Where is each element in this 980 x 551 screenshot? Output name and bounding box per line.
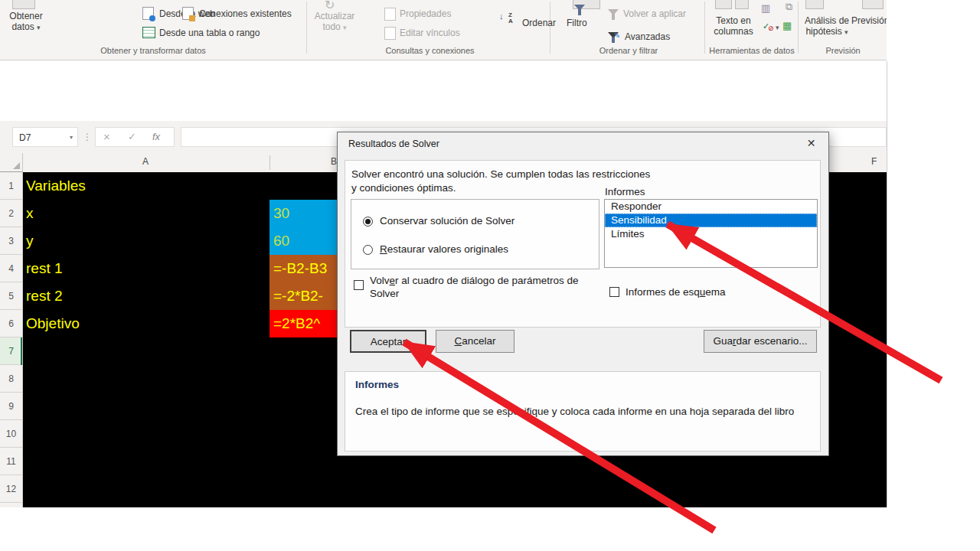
get-data-label-1: Obtener <box>9 11 42 21</box>
text-to-columns-button[interactable]: Texto en columnas <box>706 15 761 37</box>
ribbon-data-tab: Obtener datos ▾ Desde la web Desde una t… <box>0 0 887 60</box>
row-headers[interactable]: 12345678910111213 <box>0 172 23 507</box>
row-header-5[interactable]: 5 <box>0 282 22 310</box>
row-header-10[interactable]: 10 <box>0 420 22 448</box>
get-data-label-2: datos <box>11 21 34 32</box>
keep-solution-label: Conservar solución de Solver <box>380 215 514 227</box>
keep-solution-radio[interactable] <box>363 217 373 227</box>
what-if-label-1: Análisis de <box>805 15 849 26</box>
text-to-columns-label-2: columnas <box>714 26 753 37</box>
consolidate-icon: ▦ <box>782 21 792 31</box>
row-header-6[interactable]: 6 <box>0 310 22 337</box>
outline-reports-checkbox[interactable] <box>609 287 619 297</box>
accept-button[interactable]: Aceptar <box>350 330 426 353</box>
row-header-8[interactable]: 8 <box>0 365 22 393</box>
outline-reports-label: Informes de esquema <box>626 285 726 298</box>
from-table-icon <box>142 27 155 38</box>
dialog-title: Resultados de Solver <box>348 132 439 155</box>
column-header-f[interactable]: F <box>871 156 877 167</box>
sort-button[interactable]: Ordenar <box>522 18 556 28</box>
relationships-icon: ⧉ <box>786 2 792 12</box>
refresh-all-label-1: Actualizar <box>315 11 355 21</box>
row-header-12[interactable]: 12 <box>0 475 22 503</box>
report-description-box: Informes Crea el tipo de informe que se … <box>345 371 821 452</box>
name-box-value: D7 <box>19 132 31 143</box>
row-header-4[interactable]: 4 <box>0 255 22 282</box>
name-box-caret-icon[interactable]: ▾ <box>70 128 73 148</box>
column-separator[interactable] <box>270 155 270 170</box>
existing-connections-button[interactable]: Conexiones existentes <box>199 8 292 19</box>
cell-a4[interactable]: rest 1 <box>26 255 263 282</box>
reapply-icon <box>608 9 619 15</box>
window-edge <box>887 61 887 507</box>
properties-icon <box>384 8 396 21</box>
group-label-sort-filter: Ordenar y filtrar <box>553 46 704 55</box>
solution-options-box: Conservar solución de Solver Restaurar v… <box>351 199 599 269</box>
group-divider <box>306 2 307 54</box>
select-all-corner[interactable] <box>0 153 23 172</box>
row-header-11[interactable]: 11 <box>0 448 22 475</box>
get-data-button[interactable]: Obtener datos ▾ <box>5 11 47 32</box>
solver-status-groupbox: Solver encontró una solución. Se cumplen… <box>345 160 821 328</box>
advanced-filter-button[interactable]: Avanzadas <box>625 31 670 42</box>
insert-function-icon[interactable]: fx <box>152 128 160 146</box>
cell-a1[interactable]: Variables <box>26 172 263 200</box>
cell-a5[interactable]: rest 2 <box>26 282 263 310</box>
return-to-dialog-checkbox[interactable] <box>354 280 364 290</box>
report-description-text: Crea el tipo de informe que se especifiq… <box>355 406 815 417</box>
refresh-all-icon: ↻ <box>325 0 335 11</box>
return-to-dialog-label: Volver al cuadro de diálogo de parámetro… <box>370 274 599 300</box>
chevron-down-icon: ▾ <box>37 24 41 31</box>
filter-icon <box>574 5 585 11</box>
existing-connections-icon <box>182 7 194 20</box>
enter-entry-icon[interactable]: ✓ <box>128 128 136 146</box>
cancel-button[interactable]: Cancelar <box>436 330 514 353</box>
group-label-data-tools: Herramientas de datos <box>706 46 798 55</box>
sort-letters-icon: ZA <box>508 12 513 24</box>
what-if-analysis-button[interactable]: Análisis de hipótesis ▾ <box>799 15 854 37</box>
row-header-7[interactable]: 7 <box>0 337 22 365</box>
text-to-columns-partial-icon <box>715 0 732 9</box>
column-header-b[interactable]: B <box>331 156 337 167</box>
reapply-button: Volver a aplicar <box>623 8 686 19</box>
forecast-sheet-button[interactable]: Previsión <box>851 15 887 26</box>
report-option-limites[interactable]: Límites <box>605 227 817 241</box>
edit-links-button: Editar vínculos <box>400 28 460 38</box>
row-header-2[interactable]: 2 <box>0 200 22 227</box>
pencil-icon: ✎ <box>614 31 620 41</box>
column-header-a[interactable]: A <box>142 156 149 167</box>
restore-values-radio[interactable] <box>363 245 373 255</box>
row-header-9[interactable]: 9 <box>0 393 22 420</box>
group-label-get-transform: Obtener y transformar datos <box>0 46 306 55</box>
text-to-columns-label-1: Texto en <box>716 15 750 26</box>
name-box[interactable]: D7 ▾ <box>12 127 78 147</box>
what-if-label-2: hipótesis <box>805 26 841 37</box>
reports-list-label: Informes <box>605 186 645 197</box>
properties-button: Propiedades <box>400 8 451 19</box>
cell-a3[interactable]: y <box>26 227 263 255</box>
chevron-down-icon: ▾ <box>844 28 848 36</box>
cell-a2[interactable]: x <box>26 200 263 227</box>
informes-listbox[interactable]: ResponderSensibilidadLímites <box>604 199 818 268</box>
row-header-1[interactable]: 1 <box>0 172 22 200</box>
from-table-button[interactable]: Desde una tabla o rango <box>159 28 260 38</box>
row-header-3[interactable]: 3 <box>0 227 22 255</box>
solver-results-dialog: Resultados de Solver ✕ Solver encontró u… <box>337 132 829 456</box>
restore-values-label: Restaurar valores originales <box>380 243 508 255</box>
flash-fill-partial-icon <box>735 0 749 9</box>
row-header-13[interactable]: 13 <box>0 503 22 507</box>
filter-button[interactable]: Filtro <box>567 18 587 28</box>
report-option-responder[interactable]: Responder <box>605 200 817 214</box>
group-divider <box>704 2 705 54</box>
chevron-down-icon[interactable]: ▾ <box>776 24 779 31</box>
save-scenario-button[interactable]: Guardar escenario... <box>704 330 817 353</box>
cancel-entry-icon[interactable]: × <box>103 128 110 146</box>
sort-za-icon: ↓ <box>499 13 504 27</box>
get-data-icon <box>12 0 35 9</box>
formula-controls: × ✓ fx <box>95 127 175 147</box>
group-label-queries: Consultas y conexiones <box>310 46 550 55</box>
report-option-sensibilidad[interactable]: Sensibilidad <box>605 214 817 227</box>
close-icon[interactable]: ✕ <box>794 132 828 155</box>
what-if-partial-icon <box>805 0 824 9</box>
cell-a6[interactable]: Objetivo <box>26 310 263 337</box>
